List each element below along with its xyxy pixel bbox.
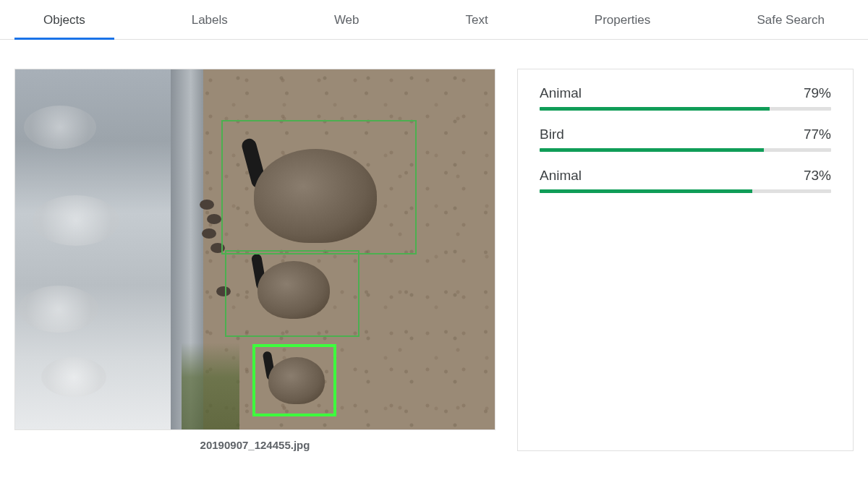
bounding-box[interactable] xyxy=(225,250,359,337)
detection-label: Bird xyxy=(540,127,564,142)
tab-objects[interactable]: Objects xyxy=(14,0,114,39)
detection-row[interactable]: Bird 77% xyxy=(540,127,831,152)
confidence-bar-fill xyxy=(540,189,752,193)
content-area: 20190907_124455.jpg Animal 79% Bird 77% … xyxy=(0,40,868,451)
confidence-bar xyxy=(540,148,831,152)
confidence-bar xyxy=(540,189,831,193)
tabs-bar: Objects Labels Web Text Properties Safe … xyxy=(0,0,868,40)
detection-score: 79% xyxy=(804,85,831,101)
confidence-bar-fill xyxy=(540,107,770,111)
bounding-box[interactable] xyxy=(221,120,417,254)
tab-web[interactable]: Web xyxy=(305,0,388,39)
confidence-bar-fill xyxy=(540,148,764,152)
bounding-box-selected[interactable] xyxy=(252,344,336,416)
tab-safesearch[interactable]: Safe Search xyxy=(728,0,854,39)
tab-text[interactable]: Text xyxy=(437,0,517,39)
analysis-image[interactable] xyxy=(14,69,495,430)
detection-row[interactable]: Animal 73% xyxy=(540,168,831,193)
detection-label: Animal xyxy=(540,168,582,184)
image-filename: 20190907_124455.jpg xyxy=(14,439,495,451)
detection-score: 73% xyxy=(804,168,831,184)
detection-row[interactable]: Animal 79% xyxy=(540,85,831,111)
detection-label: Animal xyxy=(540,85,582,101)
tab-labels[interactable]: Labels xyxy=(163,0,257,39)
tab-properties[interactable]: Properties xyxy=(566,0,679,39)
detection-score: 77% xyxy=(804,127,831,142)
detections-panel: Animal 79% Bird 77% Animal 73% xyxy=(517,69,854,451)
image-panel: 20190907_124455.jpg xyxy=(14,69,495,451)
confidence-bar xyxy=(540,107,831,111)
